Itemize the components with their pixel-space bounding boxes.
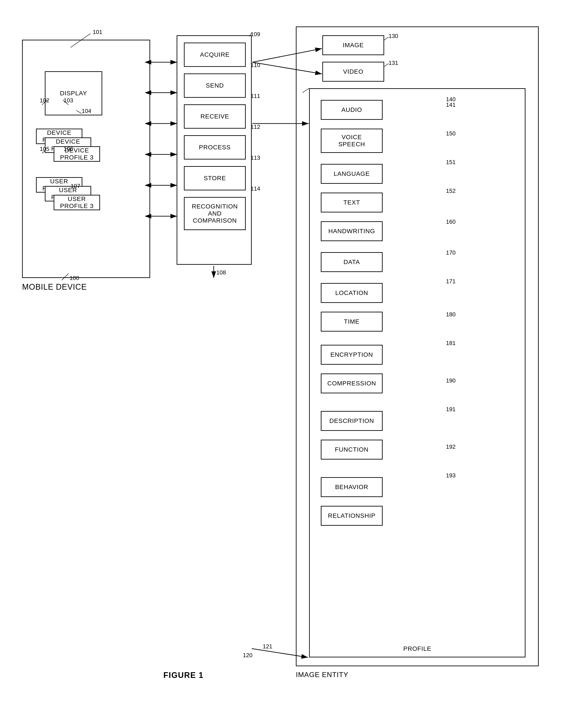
- mobile-device-label: MOBILE DEVICE: [22, 282, 87, 292]
- store-label: STORE: [204, 175, 226, 182]
- handwriting-label: HANDWRITING: [328, 228, 375, 235]
- time-label: TIME: [344, 318, 360, 325]
- relationship-box: RELATIONSHIP: [321, 506, 383, 526]
- device-profile-3-label: DEVICE PROFILE 3: [54, 147, 99, 161]
- time-box: TIME: [321, 312, 383, 332]
- voice-speech-box: VOICE SPEECH: [321, 129, 383, 153]
- ref-114: 114: [250, 185, 260, 192]
- figure-caption: FIGURE 1: [163, 671, 203, 680]
- display-label: DISPLAY: [60, 90, 87, 97]
- compression-box: COMPRESSION: [321, 373, 383, 393]
- data-box: DATA: [321, 252, 383, 272]
- ref-103: 103: [64, 97, 73, 104]
- send-box: SEND: [184, 73, 246, 98]
- function-box: FUNCTION: [321, 440, 383, 460]
- ref-150: 150: [446, 130, 456, 137]
- ref-106: 106: [64, 146, 73, 152]
- ref-101: 101: [93, 29, 102, 36]
- handwriting-box: HANDWRITING: [321, 221, 383, 241]
- ref-192: 192: [446, 443, 456, 450]
- middle-column-box: ACQUIRE SEND RECEIVE PROCESS STORE RECOG…: [177, 35, 252, 265]
- ref-102: 102: [40, 97, 49, 104]
- ref-107: 107: [71, 183, 80, 190]
- send-label: SEND: [206, 82, 224, 89]
- ref-171: 171: [446, 278, 456, 285]
- store-box: STORE: [184, 166, 246, 190]
- video-label: VIDEO: [343, 68, 364, 75]
- profile-area: PROFILE: [310, 645, 525, 652]
- ref-100: 100: [70, 275, 79, 281]
- ref-160: 160: [446, 218, 456, 225]
- ref-193: 193: [446, 472, 456, 479]
- user-profile-3-label: USER PROFILE 3: [54, 195, 99, 210]
- ref-181: 181: [446, 340, 456, 347]
- text-label: TEXT: [343, 199, 360, 206]
- voice-speech-label: VOICE SPEECH: [338, 134, 365, 148]
- ref-105: 105: [40, 146, 49, 152]
- ref-131: 131: [389, 60, 398, 66]
- behavior-box: BEHAVIOR: [321, 477, 383, 497]
- acquire-box: ACQUIRE: [184, 43, 246, 67]
- diagram: DISPLAY DEVICE PROFILE 1 DEVICE PROFILE …: [9, 13, 554, 715]
- device-profile-3-box: DEVICE PROFILE 3: [54, 146, 100, 162]
- ref-111: 111: [250, 93, 260, 99]
- ref-180: 180: [446, 311, 456, 318]
- ref-113: 113: [250, 154, 260, 161]
- encryption-box: ENCRYPTION: [321, 345, 383, 365]
- image-entity-label: IMAGE ENTITY: [296, 671, 349, 679]
- receive-label: RECEIVE: [200, 113, 229, 120]
- ref-151: 151: [446, 159, 456, 166]
- ref-108: 108: [216, 269, 226, 276]
- ref-110: 110: [250, 62, 260, 69]
- ref-112: 112: [250, 124, 260, 130]
- ref-191: 191: [446, 406, 456, 413]
- ref-121: 121: [263, 643, 272, 650]
- behavior-label: BEHAVIOR: [335, 484, 369, 491]
- acquire-label: ACQUIRE: [200, 51, 230, 58]
- text-box: TEXT: [321, 193, 383, 212]
- recognition-label: RECOGNITION AND COMPARISON: [184, 203, 245, 224]
- recognition-box: RECOGNITION AND COMPARISON: [184, 197, 246, 230]
- receive-box: RECEIVE: [184, 104, 246, 129]
- location-label: LOCATION: [335, 289, 368, 296]
- ref-120: 120: [243, 652, 252, 659]
- ref-130: 130: [389, 33, 398, 39]
- data-label: DATA: [344, 259, 360, 266]
- description-box: DESCRIPTION: [321, 411, 383, 431]
- display-box: DISPLAY: [45, 71, 102, 115]
- ref-104: 104: [82, 108, 91, 114]
- video-box: VIDEO: [322, 62, 384, 82]
- audio-box: AUDIO: [321, 100, 383, 120]
- description-label: DESCRIPTION: [330, 417, 374, 424]
- process-box: PROCESS: [184, 135, 246, 159]
- audio-label: AUDIO: [341, 106, 362, 113]
- ref-170: 170: [446, 249, 456, 256]
- language-label: LANGUAGE: [334, 170, 370, 177]
- user-profile-3-box: USER PROFILE 3: [54, 195, 100, 210]
- compression-label: COMPRESSION: [327, 380, 376, 387]
- ref-109: 109: [250, 31, 260, 38]
- image-label: IMAGE: [343, 42, 364, 49]
- profile-label: PROFILE: [403, 645, 431, 652]
- ref-190: 190: [446, 377, 456, 384]
- process-label: PROCESS: [199, 144, 231, 151]
- function-label: FUNCTION: [335, 446, 369, 453]
- mobile-device-box: DISPLAY DEVICE PROFILE 1 DEVICE PROFILE …: [22, 40, 150, 278]
- location-box: LOCATION: [321, 283, 383, 303]
- ref-152: 152: [446, 188, 456, 194]
- image-box: IMAGE: [322, 35, 384, 55]
- encryption-label: ENCRYPTION: [330, 351, 373, 358]
- language-box: LANGUAGE: [321, 164, 383, 184]
- ref-141: 141: [446, 101, 456, 108]
- relationship-label: RELATIONSHIP: [328, 512, 375, 519]
- image-entity-inner: AUDIO VOICE SPEECH LANGUAGE TEXT HANDWRI…: [309, 88, 525, 657]
